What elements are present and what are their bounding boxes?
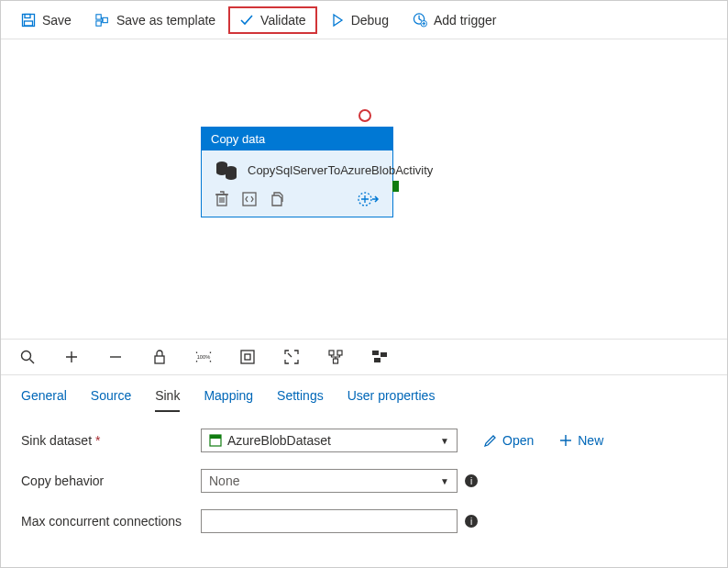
- svg-rect-4: [96, 20, 101, 25]
- add-trigger-button[interactable]: Add trigger: [402, 6, 507, 34]
- plus-icon: [559, 434, 572, 447]
- svg-rect-14: [155, 356, 164, 363]
- canvas-toolbar: 100%: [1, 339, 727, 375]
- validate-button[interactable]: Validate: [228, 6, 317, 34]
- save-button[interactable]: Save: [10, 6, 83, 34]
- properties-tabs: General Source Sink Mapping Settings Use…: [1, 375, 727, 412]
- zoom-out-icon[interactable]: [107, 349, 124, 365]
- add-output-icon[interactable]: [358, 191, 380, 207]
- add-trigger-label: Add trigger: [434, 13, 496, 28]
- save-icon: [21, 13, 36, 28]
- lock-icon[interactable]: [151, 349, 168, 365]
- svg-rect-23: [374, 358, 381, 362]
- pipeline-canvas[interactable]: Copy data CopySqlServerToAzureBlobActivi…: [1, 39, 727, 339]
- copy-behavior-label: Copy behavior: [21, 473, 201, 488]
- debug-icon: [330, 13, 345, 28]
- svg-rect-16: [241, 351, 254, 363]
- layout-icon[interactable]: [371, 349, 388, 365]
- svg-rect-20: [334, 359, 338, 363]
- svg-rect-11: [243, 193, 256, 206]
- save-as-template-label: Save as template: [116, 13, 215, 28]
- top-toolbar: Save Save as template Validate Debug Add…: [1, 1, 727, 39]
- node-body: CopySqlServerToAzureBlobActivity: [202, 150, 392, 187]
- delete-icon[interactable]: [215, 191, 229, 207]
- sink-dataset-value: AzureBlobDataset: [227, 433, 331, 448]
- open-dataset-link[interactable]: Open: [483, 433, 534, 448]
- fit-screen-icon[interactable]: [239, 349, 256, 365]
- max-concurrent-input[interactable]: [201, 509, 458, 533]
- copy-behavior-select[interactable]: None ▼: [201, 469, 458, 493]
- tab-source[interactable]: Source: [91, 388, 131, 412]
- svg-point-13: [22, 351, 31, 361]
- sink-dataset-select[interactable]: AzureBlobDataset ▼: [201, 429, 458, 452]
- svg-rect-25: [210, 435, 221, 439]
- zoom-reset-icon[interactable]: 100%: [195, 349, 212, 365]
- tab-settings[interactable]: Settings: [277, 388, 324, 412]
- max-concurrent-label: Max concurrent connections: [21, 514, 201, 529]
- chevron-down-icon: ▼: [440, 476, 449, 486]
- tab-sink[interactable]: Sink: [155, 388, 180, 412]
- chevron-down-icon: ▼: [440, 436, 449, 446]
- copy-behavior-value: None: [209, 473, 239, 488]
- svg-rect-17: [245, 354, 250, 360]
- save-as-template-icon: [95, 13, 110, 28]
- svg-rect-21: [372, 351, 379, 355]
- info-icon[interactable]: i: [465, 474, 478, 487]
- info-icon[interactable]: i: [465, 515, 478, 528]
- save-as-template-button[interactable]: Save as template: [84, 6, 226, 34]
- node-actions: [202, 187, 392, 217]
- code-icon[interactable]: [242, 192, 257, 206]
- svg-rect-1: [25, 14, 30, 17]
- tab-mapping[interactable]: Mapping: [204, 388, 253, 412]
- pencil-icon: [483, 434, 497, 448]
- validate-icon: [239, 13, 254, 28]
- node-header: Copy data: [202, 128, 392, 150]
- svg-rect-3: [96, 14, 101, 18]
- tab-general[interactable]: General: [21, 388, 67, 412]
- search-icon[interactable]: [19, 349, 36, 365]
- svg-rect-5: [103, 17, 107, 22]
- sink-dataset-label: Sink dataset *: [21, 433, 201, 448]
- svg-rect-19: [337, 351, 342, 355]
- save-label: Save: [42, 13, 72, 28]
- svg-rect-2: [25, 21, 33, 26]
- new-dataset-link[interactable]: New: [559, 433, 603, 448]
- validate-label: Validate: [260, 13, 306, 28]
- tab-user-properties[interactable]: User properties: [347, 388, 436, 412]
- zoom-in-icon[interactable]: [63, 349, 80, 365]
- debug-button[interactable]: Debug: [319, 6, 400, 34]
- debug-label: Debug: [351, 13, 389, 28]
- clone-icon[interactable]: [270, 191, 284, 207]
- success-output-handle[interactable]: [392, 181, 399, 192]
- fullscreen-icon[interactable]: [283, 349, 300, 365]
- svg-text:100%: 100%: [197, 354, 211, 360]
- database-icon: [215, 160, 238, 182]
- copy-data-activity-node[interactable]: Copy data CopySqlServerToAzureBlobActivi…: [201, 127, 393, 217]
- svg-rect-18: [329, 351, 334, 355]
- dataset-icon: [209, 434, 222, 447]
- validation-error-indicator[interactable]: [358, 109, 371, 122]
- add-trigger-icon: [413, 13, 427, 28]
- node-activity-name: CopySqlServerToAzureBlobActivity: [248, 163, 433, 179]
- sink-form: Sink dataset * AzureBlobDataset ▼ Open N…: [1, 412, 727, 533]
- auto-align-icon[interactable]: [327, 349, 344, 365]
- svg-rect-22: [381, 352, 387, 357]
